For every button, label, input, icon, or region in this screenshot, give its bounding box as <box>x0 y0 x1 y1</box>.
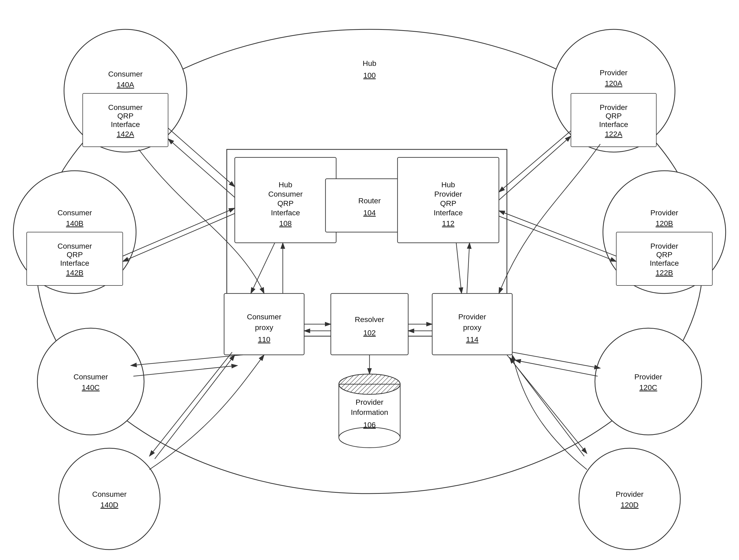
arrow-114-to-120c <box>512 352 600 368</box>
consumer-qrp-142b-label: Consumer <box>57 242 92 250</box>
arrow-108-to-142a <box>168 139 235 197</box>
hub-consumer-qrp-label4: Interface <box>271 208 300 217</box>
router-id: 104 <box>363 208 376 217</box>
hub-consumer-qrp-id: 108 <box>279 219 292 228</box>
provider-120a-label: Provider <box>600 68 627 77</box>
provider-qrp-122a-label3: Interface <box>599 120 628 129</box>
provider-qrp-122a-id: 122A <box>605 130 622 138</box>
arrow-140d-arc-to-hub <box>149 355 264 469</box>
diagram: Hub 100 Hub Consumer QRP Interface 108 R… <box>0 0 739 560</box>
consumer-proxy-label: Consumer <box>247 313 281 321</box>
provider-120d-label: Provider <box>616 490 643 499</box>
arrow-122a-to-112 <box>499 131 571 192</box>
arrow-110-to-140d <box>149 352 232 456</box>
provider-120b-id: 120B <box>655 219 673 228</box>
consumer-qrp-142a-label: Consumer <box>108 103 142 112</box>
consumer-140d-circle <box>59 448 160 550</box>
arrow-112-to-122a <box>499 136 571 200</box>
hub-id: 100 <box>363 71 376 80</box>
provider-120c-circle <box>595 328 702 435</box>
arrow-142b-to-108 <box>123 208 235 256</box>
consumer-qrp-142a-label3: Interface <box>111 120 140 129</box>
provider-proxy-label: Provider <box>458 313 486 321</box>
consumer-qrp-142a-id: 142A <box>117 130 134 138</box>
hub-provider-qrp-label2: Provider <box>434 190 462 198</box>
provider-qrp-122b-label3: Interface <box>650 259 679 267</box>
arrow-142a-to-108 <box>168 128 235 187</box>
provider-proxy-id: 114 <box>466 335 479 343</box>
consumer-140b-id: 140B <box>66 219 83 228</box>
arrow-120a-arc-to-114 <box>499 144 600 293</box>
arrow-108-to-142b <box>123 214 235 262</box>
provider-120a-id: 120A <box>605 79 622 88</box>
provider-qrp-122a-label: Provider <box>600 103 627 112</box>
arrow-120c-to-114 <box>515 360 598 376</box>
provider-qrp-122b-label: Provider <box>650 242 678 250</box>
provider-120c-label: Provider <box>634 373 662 381</box>
resolver-rect <box>331 293 408 355</box>
provider-qrp-122b-id: 122B <box>655 269 673 277</box>
arrow-140c-to-110 <box>133 366 238 376</box>
provider-proxy-label2: proxy <box>463 323 481 332</box>
consumer-qrp-142b-label2: QRP <box>67 251 83 259</box>
hub-label: Hub <box>362 59 376 67</box>
provider-120d-id: 120D <box>621 501 639 509</box>
consumer-qrp-142a-label2: QRP <box>117 112 134 120</box>
consumer-proxy-label2: proxy <box>255 323 273 332</box>
consumer-140c-label: Consumer <box>73 373 108 381</box>
consumer-140c-circle <box>37 328 144 435</box>
provider-qrp-122a-label2: QRP <box>606 112 622 120</box>
hub-provider-qrp-label: Hub <box>441 181 455 189</box>
consumer-140c-id: 140C <box>82 383 100 392</box>
provider-120b-label: Provider <box>650 208 678 217</box>
provider-120c-id: 120C <box>639 383 657 392</box>
resolver-label: Resolver <box>355 315 384 324</box>
consumer-qrp-142b-id: 142B <box>66 269 83 277</box>
consumer-140d-label: Consumer <box>92 490 127 499</box>
provider-info-bottom <box>339 427 400 448</box>
arrow-120d-to-114 <box>509 358 584 456</box>
consumer-qrp-142b-label3: Interface <box>60 259 90 267</box>
consumer-140b-label: Consumer <box>57 208 92 217</box>
consumer-140a-id: 140A <box>117 81 134 89</box>
provider-info-label: Provider <box>355 398 384 406</box>
arrow-122b-to-112 <box>499 211 616 256</box>
router-label: Router <box>358 196 381 205</box>
provider-info-label2: Information <box>351 408 388 416</box>
hub-consumer-qrp-label2: Consumer <box>268 190 303 198</box>
provider-info-id: 106 <box>363 421 376 429</box>
resolver-id: 102 <box>363 329 376 337</box>
consumer-140d-id: 140D <box>101 501 119 509</box>
hub-provider-qrp-label4: Interface <box>434 208 463 217</box>
hub-consumer-qrp-label3: QRP <box>277 199 294 207</box>
provider-120d-circle <box>579 448 680 550</box>
arrow-112-to-122b <box>499 216 616 262</box>
provider-qrp-122b-label2: QRP <box>656 251 673 259</box>
consumer-140a-label: Consumer <box>108 70 142 78</box>
hub-provider-qrp-id: 112 <box>442 219 455 228</box>
hub-provider-qrp-label3: QRP <box>440 199 456 207</box>
consumer-proxy-id: 110 <box>258 335 271 343</box>
hub-consumer-qrp-label: Hub <box>279 181 292 189</box>
